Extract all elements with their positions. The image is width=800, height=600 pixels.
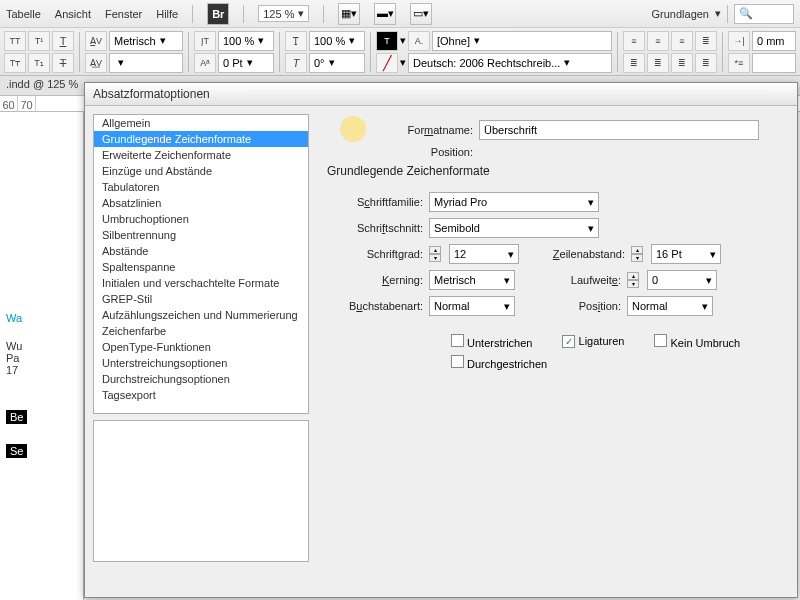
highlight-circle — [340, 116, 366, 142]
sidebar-item[interactable]: Erweiterte Zeichenformate — [94, 147, 308, 163]
nobreak-checkbox[interactable]: Kein Umbruch — [654, 334, 740, 349]
size-spinner[interactable]: ▴▾ — [429, 246, 441, 262]
vscale-icon: ĮT — [194, 31, 216, 51]
leading-label: Zeilenabstand: — [525, 248, 625, 260]
tracking-combo[interactable]: 0▾ — [647, 270, 717, 290]
menu-tabelle[interactable]: Tabelle — [6, 8, 41, 20]
kerning-combo[interactable]: Metrisch▾ — [109, 31, 183, 51]
position-label: Position: — [377, 146, 473, 158]
indent-left-icon: →| — [728, 31, 750, 51]
document-area: Wa Wu Pa 17 Be Se — [0, 112, 84, 600]
align-left-button[interactable]: ≡ — [623, 31, 645, 51]
justify-left-button[interactable]: ≣ — [623, 53, 645, 73]
divider — [192, 5, 193, 23]
sidebar-item[interactable]: Allgemein — [94, 115, 308, 131]
sidebar-item[interactable]: Initialen und verschachtelte Formate — [94, 275, 308, 291]
menu-ansicht[interactable]: Ansicht — [55, 8, 91, 20]
view-options-button[interactable]: ▭▾ — [410, 3, 432, 25]
subscript-button[interactable]: T₁ — [28, 53, 50, 73]
superscript-button[interactable]: T¹ — [28, 31, 50, 51]
category-list[interactable]: AllgemeinGrundlegende ZeichenformateErwe… — [93, 114, 309, 414]
sidebar-item[interactable]: Abstände — [94, 243, 308, 259]
stroke-button[interactable]: ╱ — [376, 53, 398, 73]
align-right-button[interactable]: ≡ — [671, 31, 693, 51]
search-input[interactable]: 🔍 — [734, 4, 794, 24]
justify-center-button[interactable]: ≣ — [647, 53, 669, 73]
family-label: Schriftfamilie: — [327, 196, 423, 208]
screen-mode-button[interactable]: ▦▾ — [338, 3, 360, 25]
justify-right-button[interactable]: ≣ — [671, 53, 693, 73]
divider — [727, 5, 728, 23]
strike-checkbox[interactable]: Durchgestrichen — [451, 355, 547, 370]
sidebar-item[interactable]: Durchstreichungsoptionen — [94, 371, 308, 387]
case-combo[interactable]: Normal▾ — [429, 296, 515, 316]
hscale-icon: Ṯ — [285, 31, 307, 51]
pos-label: Position: — [521, 300, 621, 312]
ligatures-checkbox[interactable]: ✓ Ligaturen — [562, 335, 624, 348]
justify-button[interactable]: ≣ — [695, 31, 717, 51]
leading-combo[interactable]: 16 Pt▾ — [651, 244, 721, 264]
dialog-title: Absatzformatoptionen — [85, 83, 797, 106]
kerning-combo[interactable]: Metrisch▾ — [429, 270, 515, 290]
style-label: Schriftschnitt: — [327, 222, 423, 234]
sidebar-item[interactable]: Spaltenspanne — [94, 259, 308, 275]
allcaps-button[interactable]: TT — [4, 31, 26, 51]
sidebar-item[interactable]: GREP-Stil — [94, 291, 308, 307]
underline-button[interactable]: T — [52, 31, 74, 51]
fill-button[interactable]: T — [376, 31, 398, 51]
menu-hilfe[interactable]: Hilfe — [156, 8, 178, 20]
kerning-label: Kerning: — [327, 274, 423, 286]
font-size-combo[interactable]: 12▾ — [449, 244, 519, 264]
workspace-combo[interactable]: Grundlagen — [652, 8, 710, 20]
divider — [323, 5, 324, 23]
indent-first-icon: *≡ — [728, 53, 750, 73]
hscale-combo[interactable]: 100 %▾ — [309, 31, 365, 51]
charstyle-combo[interactable]: [Ohne]▾ — [432, 31, 612, 51]
sidebar-item[interactable]: Tabulatoren — [94, 179, 308, 195]
tracking-icon: A͟V — [85, 53, 107, 73]
bridge-button[interactable]: Br — [207, 3, 229, 25]
sidebar-item[interactable]: Tagsexport — [94, 387, 308, 403]
sidebar-item[interactable]: Einzüge und Abstände — [94, 163, 308, 179]
indent-first-combo[interactable] — [752, 53, 796, 73]
search-icon: 🔍 — [739, 7, 753, 20]
arrange-button[interactable]: ▬▾ — [374, 3, 396, 25]
tracking-label: Laufweite: — [521, 274, 621, 286]
sidebar-item[interactable]: Grundlegende Zeichenformate — [94, 131, 308, 147]
sidebar-item[interactable]: Aufzählungszeichen und Nummerierung — [94, 307, 308, 323]
language-combo[interactable]: Deutsch: 2006 Rechtschreib...▾ — [408, 53, 612, 73]
size-label: Schriftgrad: — [327, 248, 423, 260]
formatname-label: Formatname: — [377, 124, 473, 136]
sidebar-item[interactable]: Silbentrennung — [94, 227, 308, 243]
strikethrough-button[interactable]: T — [52, 53, 74, 73]
skew-combo[interactable]: 0°▾ — [309, 53, 365, 73]
font-style-combo[interactable]: Semibold▾ — [429, 218, 599, 238]
skew-icon: T — [285, 53, 307, 73]
kerning-icon: A̲V — [85, 31, 107, 51]
align-center-button[interactable]: ≡ — [647, 31, 669, 51]
sidebar-item[interactable]: Unterstreichungsoptionen — [94, 355, 308, 371]
sidebar-item[interactable]: Umbruchoptionen — [94, 211, 308, 227]
menubar: Tabelle Ansicht Fenster Hilfe Br 125 %▾ … — [0, 0, 800, 28]
sidebar-item[interactable]: OpenType-Funktionen — [94, 339, 308, 355]
font-family-combo[interactable]: Myriad Pro▾ — [429, 192, 599, 212]
smallcaps-button[interactable]: Tᴛ — [4, 53, 26, 73]
tracking-combo[interactable]: ▾ — [109, 53, 183, 73]
menu-fenster[interactable]: Fenster — [105, 8, 142, 20]
case-label: Buchstabenart: — [327, 300, 423, 312]
zoom-combo[interactable]: 125 %▾ — [258, 5, 309, 22]
underline-checkbox[interactable]: Unterstrichen — [451, 334, 532, 349]
vscale-combo[interactable]: 100 %▾ — [218, 31, 274, 51]
sidebar-item[interactable]: Absatzlinien — [94, 195, 308, 211]
baseline-icon: Aª — [194, 53, 216, 73]
indent-left-combo[interactable]: 0 mm — [752, 31, 796, 51]
section-title: Grundlegende Zeichenformate — [327, 164, 779, 178]
baseline-combo[interactable]: 0 Pt▾ — [218, 53, 274, 73]
tracking-spinner[interactable]: ▴▾ — [627, 272, 639, 288]
formatname-input[interactable] — [479, 120, 759, 140]
sidebar-item[interactable]: Zeichenfarbe — [94, 323, 308, 339]
charstyle-icon: A. — [408, 31, 430, 51]
justify-all-button[interactable]: ≣ — [695, 53, 717, 73]
leading-spinner[interactable]: ▴▾ — [631, 246, 643, 262]
position-combo[interactable]: Normal▾ — [627, 296, 713, 316]
